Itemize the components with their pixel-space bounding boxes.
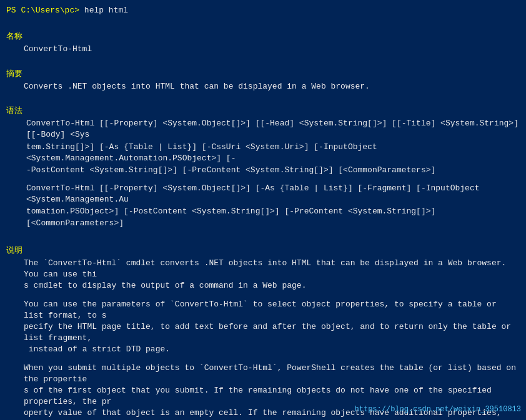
syntax-line-5: ConvertTo-Html [[-Property] <System.Obje…	[9, 183, 520, 205]
summary-value: Converts .NET objects into HTML that can…	[6, 81, 520, 92]
spacer	[6, 356, 520, 363]
spacer	[6, 93, 520, 99]
syntax-header: 语法	[6, 105, 520, 117]
spacer	[6, 293, 520, 299]
spacer	[6, 233, 520, 239]
watermark: https://blog.csdn.net/weixin_39510813	[355, 404, 521, 415]
terminal-window: PS C:\Users\pc> help html 名称 ConvertTo-H…	[6, 5, 520, 420]
name-header: 名称	[6, 31, 520, 42]
command-value: help html	[84, 6, 128, 15]
syntax-line-6: tomation.PSObject>] [-PostContent <Syste…	[9, 206, 520, 228]
summary-header: 摘要	[6, 69, 520, 80]
desc-para-2: You can use the parameters of `ConvertTo…	[6, 299, 520, 356]
syntax-line-3: -PostContent <System.String[]>] [-PreCon…	[9, 165, 520, 176]
desc-para-1: The `ConvertTo-Html` cmdlet converts .NE…	[6, 258, 520, 292]
name-value: ConvertTo-Html	[6, 44, 520, 55]
syntax-line-2: tem.String[]>] [-As {Table | List}] [-Cs…	[9, 142, 520, 164]
syntax-block: ConvertTo-Html [[-Property] <System.Obje…	[6, 118, 520, 229]
spacer	[6, 19, 520, 25]
description-header: 说明	[6, 245, 520, 256]
prompt-path: PS C:\Users\pc>	[6, 6, 79, 15]
spacer	[9, 177, 520, 183]
syntax-line-1: ConvertTo-Html [[-Property] <System.Obje…	[9, 118, 520, 140]
prompt-line: PS C:\Users\pc> help html	[6, 5, 520, 16]
spacer	[6, 56, 520, 62]
